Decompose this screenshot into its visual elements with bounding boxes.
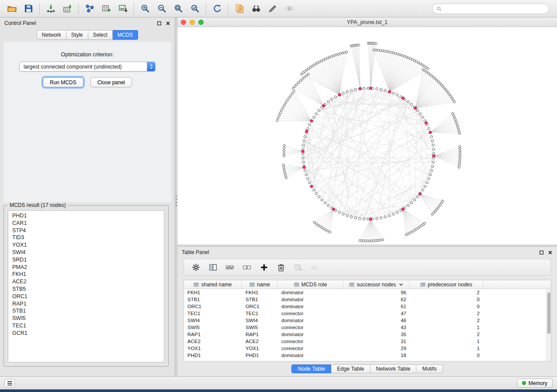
tab-network[interactable]: Network — [37, 30, 66, 40]
open-file-button[interactable] — [3, 2, 20, 16]
mcds-result-item[interactable]: STB1 — [8, 307, 164, 315]
settings-gear-button[interactable] — [188, 261, 203, 274]
float-panel-icon[interactable] — [157, 21, 162, 26]
close-panel-icon[interactable] — [548, 250, 553, 255]
save-session-button[interactable] — [20, 2, 37, 16]
mcds-panel: Optimization criterion: largest connecte… — [3, 42, 171, 203]
table-row[interactable]: STB1STB1dominator620 — [184, 296, 546, 303]
column-header-predecessor_nodes[interactable]: predecessor nodes — [410, 280, 483, 289]
window-close-button[interactable] — [181, 20, 186, 25]
search-input[interactable] — [445, 6, 545, 12]
tab-style[interactable]: Style — [66, 30, 88, 40]
mcds-result-item[interactable]: ACE2 — [8, 278, 164, 285]
tab-mcds[interactable]: MCDS — [113, 30, 138, 40]
menu-button[interactable] — [4, 379, 15, 387]
cell-shared_name: ORC1 — [184, 304, 242, 309]
search-box[interactable] — [432, 3, 549, 14]
tab-select[interactable]: Select — [88, 30, 113, 40]
zoom-out-button[interactable] — [153, 2, 170, 16]
tab-edge-table[interactable]: Edge Table — [331, 364, 370, 373]
table-row[interactable]: SWI4SWI4dominator462 — [184, 317, 546, 324]
mcds-result-item[interactable]: CAR1 — [8, 220, 164, 227]
mcds-result-item[interactable]: STB5 — [8, 285, 164, 293]
cell-successor_nodes: 96 — [343, 290, 410, 295]
zoom-selected-button[interactable] — [187, 2, 203, 16]
network-window-titlebar[interactable]: YPA_prune.txt_1 — [177, 17, 557, 27]
table-row[interactable]: FKH1FKH1dominator962 — [184, 289, 546, 296]
cell-mcds_role: connector — [278, 311, 343, 316]
mcds-result-item[interactable]: TEC1 — [8, 322, 164, 330]
table-row[interactable]: TEC1TEC1connector472 — [184, 310, 546, 317]
zoom-in-button[interactable] — [137, 2, 153, 16]
table-row[interactable]: SWI5SWI5connector431 — [184, 324, 546, 331]
cell-predecessor_nodes: 2 — [410, 311, 483, 316]
mcds-result-list[interactable]: PHD1CAR1STP4TID3YOX1SWI4SRD1PMA2FKH1ACE2… — [8, 210, 164, 362]
new-network-icon — [85, 4, 94, 13]
table-row[interactable]: RAP1RAP1dominator352 — [184, 331, 546, 338]
window-zoom-button[interactable] — [198, 20, 204, 25]
svg-text:f(x): f(x) — [311, 265, 317, 270]
new-table-button[interactable] — [98, 2, 114, 16]
window-minimize-button[interactable] — [190, 20, 195, 25]
delete-columns-button[interactable] — [273, 261, 288, 274]
column-label: name — [257, 282, 270, 288]
chevron-down-icon — [398, 282, 404, 287]
cell-name: ORC1 — [242, 304, 278, 309]
criterion-dropdown[interactable]: largest connected component (undirected) — [19, 62, 156, 72]
show-columns-icon — [209, 263, 217, 272]
refresh-layout-button[interactable] — [209, 2, 225, 16]
mcds-result-item[interactable]: FKH1 — [8, 271, 164, 278]
mcds-result-item[interactable]: GCR1 — [8, 330, 164, 337]
zoom-fit-button[interactable] — [170, 2, 187, 16]
select-all-checkboxes-button[interactable] — [222, 261, 237, 274]
first-neighbors-button[interactable] — [248, 2, 264, 16]
column-header-shared_name[interactable]: shared name — [184, 280, 242, 289]
tab-network-table[interactable]: Network Table — [370, 364, 417, 373]
export-image-button[interactable] — [114, 2, 131, 16]
import-table-button[interactable] — [59, 2, 76, 16]
mcds-result-item[interactable]: SWI5 — [8, 315, 164, 322]
new-network-button[interactable] — [81, 2, 98, 16]
import-network-button[interactable] — [42, 2, 59, 16]
mcds-result-item[interactable]: SWI4 — [8, 249, 164, 256]
table-row[interactable]: ACE2ACE2connector311 — [184, 338, 546, 345]
tab-motifs[interactable]: Motifs — [416, 364, 443, 373]
table-row[interactable]: ORC1ORC1dominator610 — [184, 303, 546, 310]
mcds-result-item[interactable]: YOX1 — [8, 241, 164, 249]
column-header-name[interactable]: name — [242, 280, 278, 289]
copy-document-button[interactable] — [231, 2, 248, 16]
mcds-result-item[interactable]: SRD1 — [8, 256, 164, 264]
table-row[interactable]: PHD1PHD1dominator180 — [184, 352, 546, 359]
deselect-all-checkboxes-button[interactable] — [239, 261, 254, 274]
mcds-result-item[interactable]: PMA2 — [8, 264, 164, 271]
style-brush-button[interactable] — [264, 2, 281, 16]
cell-mcds_role: connector — [278, 339, 343, 344]
export-image-icon — [118, 4, 128, 13]
close-panel-icon[interactable] — [166, 21, 170, 26]
table-scrollbar[interactable] — [546, 289, 551, 361]
close-panel-button[interactable]: Close panel — [90, 77, 132, 87]
import-network-icon — [46, 4, 55, 13]
column-header-successor_nodes[interactable]: successor nodes — [343, 280, 410, 289]
tab-node-table[interactable]: Node Table — [291, 364, 331, 373]
mcds-result-item[interactable]: TID3 — [8, 234, 164, 241]
network-canvas[interactable] — [177, 27, 557, 244]
add-column-button[interactable] — [256, 261, 271, 274]
show-columns-button[interactable] — [205, 261, 220, 274]
table-row[interactable]: YOX1YOX1connector291 — [184, 345, 546, 352]
run-mcds-button[interactable]: Run MCDS — [43, 77, 83, 87]
mcds-result-item[interactable]: PHD1 — [8, 212, 164, 220]
zoom-selected-icon — [190, 4, 200, 13]
memory-button[interactable]: Memory — [517, 378, 553, 388]
zoom-out-icon — [157, 4, 166, 13]
mcds-result-item[interactable]: STP4 — [8, 227, 164, 234]
dropdown-stepper-icon — [147, 62, 155, 71]
float-panel-icon[interactable] — [539, 250, 544, 255]
mcds-result-item[interactable]: ORC1 — [8, 293, 164, 300]
mcds-result-item[interactable]: RAP1 — [8, 300, 164, 308]
toolbar-separator — [39, 3, 40, 14]
add-column-icon — [260, 263, 268, 272]
column-label: shared name — [201, 282, 232, 288]
column-header-mcds_role[interactable]: MCDS role — [278, 280, 343, 289]
scrollbar-thumb[interactable] — [547, 292, 550, 334]
